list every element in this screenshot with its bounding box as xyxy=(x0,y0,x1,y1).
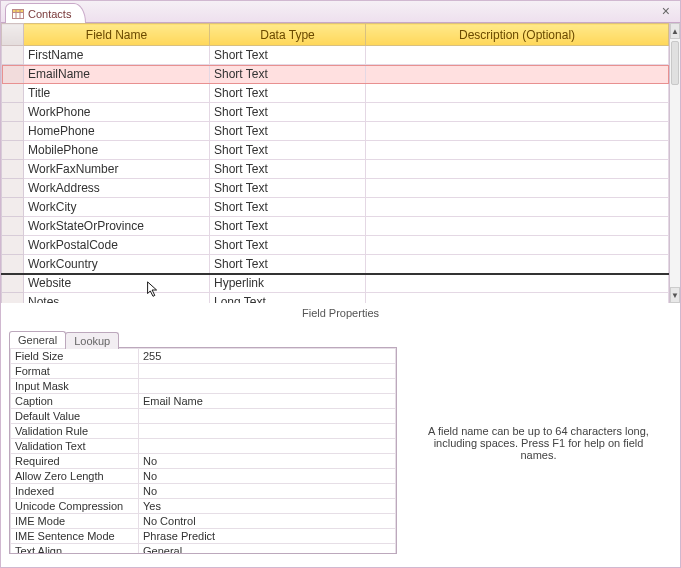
property-value[interactable]: Phrase Predict xyxy=(139,529,396,544)
row-selector[interactable] xyxy=(2,103,24,122)
cell-field-name[interactable]: FirstName xyxy=(24,46,210,65)
cell-description[interactable] xyxy=(366,122,669,141)
cell-description[interactable] xyxy=(366,46,669,65)
property-value[interactable] xyxy=(139,424,396,439)
cell-data-type[interactable]: Short Text xyxy=(210,141,366,160)
table-row[interactable]: WebsiteHyperlink xyxy=(2,274,669,293)
cell-field-name[interactable]: EmailName xyxy=(24,65,210,84)
row-selector[interactable] xyxy=(2,217,24,236)
cell-data-type[interactable]: Short Text xyxy=(210,179,366,198)
cell-description[interactable] xyxy=(366,84,669,103)
row-selector[interactable] xyxy=(2,122,24,141)
cell-field-name[interactable]: Title xyxy=(24,84,210,103)
table-row[interactable]: MobilePhoneShort Text xyxy=(2,141,669,160)
cell-data-type[interactable]: Hyperlink xyxy=(210,274,366,293)
table-row[interactable]: WorkAddressShort Text xyxy=(2,179,669,198)
property-value[interactable]: Email Name xyxy=(139,394,396,409)
cell-description[interactable] xyxy=(366,141,669,160)
cell-description[interactable] xyxy=(366,103,669,122)
scroll-track[interactable] xyxy=(670,39,680,287)
tab-contacts[interactable]: Contacts xyxy=(5,3,86,23)
property-value[interactable] xyxy=(139,379,396,394)
cell-data-type[interactable]: Short Text xyxy=(210,198,366,217)
row-selector[interactable] xyxy=(2,293,24,304)
row-selector[interactable] xyxy=(2,65,24,84)
row-selector[interactable] xyxy=(2,198,24,217)
table-row[interactable]: EmailNameShort Text xyxy=(2,65,669,84)
cell-field-name[interactable]: WorkCity xyxy=(24,198,210,217)
row-selector[interactable] xyxy=(2,141,24,160)
cell-description[interactable] xyxy=(366,255,669,274)
cell-description[interactable] xyxy=(366,217,669,236)
cell-description[interactable] xyxy=(366,65,669,84)
cell-description[interactable] xyxy=(366,274,669,293)
cell-data-type[interactable]: Short Text xyxy=(210,103,366,122)
cell-data-type[interactable]: Short Text xyxy=(210,236,366,255)
table-row[interactable]: WorkCityShort Text xyxy=(2,198,669,217)
property-value[interactable]: Yes xyxy=(139,499,396,514)
table-row[interactable]: WorkFaxNumberShort Text xyxy=(2,160,669,179)
close-icon[interactable]: × xyxy=(662,3,670,19)
cell-field-name[interactable]: WorkStateOrProvince xyxy=(24,217,210,236)
col-header-data-type[interactable]: Data Type xyxy=(210,24,366,46)
property-value[interactable]: No xyxy=(139,484,396,499)
cell-description[interactable] xyxy=(366,179,669,198)
cell-field-name[interactable]: MobilePhone xyxy=(24,141,210,160)
property-value[interactable]: General xyxy=(139,544,396,555)
cell-data-type[interactable]: Short Text xyxy=(210,46,366,65)
row-selector[interactable] xyxy=(2,274,24,293)
cell-data-type[interactable]: Short Text xyxy=(210,160,366,179)
table-row[interactable]: HomePhoneShort Text xyxy=(2,122,669,141)
cell-data-type[interactable]: Short Text xyxy=(210,65,366,84)
cell-field-name[interactable]: Website xyxy=(24,274,210,293)
property-value[interactable] xyxy=(139,364,396,379)
row-selector[interactable] xyxy=(2,46,24,65)
tab-bar: Contacts × xyxy=(1,1,680,23)
tab-lookup[interactable]: Lookup xyxy=(65,332,119,349)
vertical-scrollbar[interactable]: ▲ ▼ xyxy=(669,23,680,303)
property-value[interactable]: No xyxy=(139,454,396,469)
table-row[interactable]: TitleShort Text xyxy=(2,84,669,103)
table-row[interactable]: WorkPostalCodeShort Text xyxy=(2,236,669,255)
row-selector[interactable] xyxy=(2,160,24,179)
row-selector[interactable] xyxy=(2,236,24,255)
tab-general[interactable]: General xyxy=(9,331,66,348)
cell-field-name[interactable]: WorkCountry xyxy=(24,255,210,274)
property-value[interactable] xyxy=(139,439,396,454)
col-header-description[interactable]: Description (Optional) xyxy=(366,24,669,46)
cell-field-name[interactable]: WorkAddress xyxy=(24,179,210,198)
scroll-thumb[interactable] xyxy=(671,41,679,85)
cell-description[interactable] xyxy=(366,236,669,255)
scroll-down-button[interactable]: ▼ xyxy=(670,287,680,303)
property-value[interactable] xyxy=(139,409,396,424)
cell-data-type[interactable]: Short Text xyxy=(210,217,366,236)
cell-data-type[interactable]: Long Text xyxy=(210,293,366,304)
cell-field-name[interactable]: WorkPhone xyxy=(24,103,210,122)
cell-data-type[interactable]: Short Text xyxy=(210,122,366,141)
cell-field-name[interactable]: WorkPostalCode xyxy=(24,236,210,255)
row-selector[interactable] xyxy=(2,84,24,103)
cell-data-type[interactable]: Short Text xyxy=(210,255,366,274)
table-row[interactable]: WorkStateOrProvinceShort Text xyxy=(2,217,669,236)
table-row[interactable]: WorkPhoneShort Text xyxy=(2,103,669,122)
table-row[interactable]: FirstNameShort Text xyxy=(2,46,669,65)
cell-description[interactable] xyxy=(366,160,669,179)
scroll-up-button[interactable]: ▲ xyxy=(670,23,680,39)
cell-data-type[interactable]: Short Text xyxy=(210,84,366,103)
cell-field-name[interactable]: HomePhone xyxy=(24,122,210,141)
cell-description[interactable] xyxy=(366,198,669,217)
selector-header[interactable] xyxy=(2,24,24,46)
row-selector[interactable] xyxy=(2,179,24,198)
col-header-field-name[interactable]: Field Name xyxy=(24,24,210,46)
property-value[interactable]: 255 xyxy=(139,349,396,364)
cell-field-name[interactable]: Notes xyxy=(24,293,210,304)
cell-description[interactable] xyxy=(366,293,669,304)
table-row[interactable]: NotesLong Text xyxy=(2,293,669,304)
property-value[interactable]: No Control xyxy=(139,514,396,529)
property-value[interactable]: No xyxy=(139,469,396,484)
property-name: Validation Rule xyxy=(11,424,139,439)
help-text: A field name can be up to 64 characters … xyxy=(405,331,672,555)
cell-field-name[interactable]: WorkFaxNumber xyxy=(24,160,210,179)
table-row[interactable]: WorkCountryShort Text xyxy=(2,255,669,274)
row-selector[interactable] xyxy=(2,255,24,274)
